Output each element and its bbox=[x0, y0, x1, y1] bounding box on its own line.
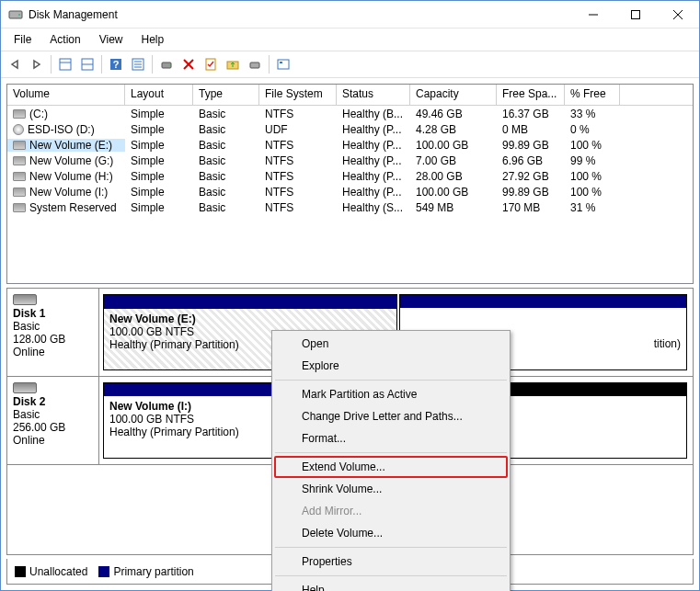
partition-i-status: Healthy (Primary Partition) bbox=[109, 426, 239, 438]
volume-cell-type: Basic bbox=[193, 123, 259, 136]
partition-header-bar bbox=[400, 295, 686, 308]
volume-row[interactable]: New Volume (H:)SimpleBasicNTFSHealthy (P… bbox=[7, 168, 693, 184]
toolbar: ? bbox=[1, 51, 699, 78]
header-pctfree[interactable]: % Free bbox=[565, 85, 620, 105]
volume-cell-layout: Simple bbox=[125, 186, 193, 199]
disk-1-label[interactable]: Disk 1 Basic 128.00 GB Online bbox=[7, 289, 99, 376]
ctx-mark-active[interactable]: Mark Partition as Active bbox=[274, 383, 508, 405]
delete-tool-button[interactable] bbox=[178, 54, 199, 74]
grid-icon bbox=[59, 58, 72, 71]
view-bottom-button[interactable] bbox=[77, 54, 98, 74]
refresh-icon bbox=[160, 58, 173, 71]
disk-icon bbox=[13, 188, 26, 197]
header-type[interactable]: Type bbox=[193, 85, 259, 105]
svg-rect-24 bbox=[280, 62, 282, 63]
forward-button[interactable] bbox=[27, 54, 47, 74]
maximize-button[interactable] bbox=[614, 1, 657, 28]
back-button[interactable] bbox=[5, 54, 25, 74]
svg-rect-22 bbox=[250, 63, 259, 68]
volume-row[interactable]: New Volume (E:)SimpleBasicNTFSHealthy (P… bbox=[7, 137, 693, 153]
svg-point-1 bbox=[18, 14, 20, 16]
header-filesystem[interactable]: File System bbox=[259, 85, 337, 105]
ctx-explore[interactable]: Explore bbox=[274, 355, 508, 377]
menubar: File Action View Help bbox=[1, 28, 699, 51]
ctx-separator bbox=[275, 452, 507, 453]
header-capacity[interactable]: Capacity bbox=[410, 85, 497, 105]
volume-cell-capacity: 7.00 GB bbox=[410, 154, 497, 167]
disk-icon bbox=[13, 109, 26, 119]
volume-row[interactable]: New Volume (I:)SimpleBasicNTFSHealthy (P… bbox=[7, 184, 693, 199]
window-title: Disk Management bbox=[29, 8, 572, 21]
properties-tool-button[interactable] bbox=[201, 54, 221, 74]
disk-icon bbox=[13, 382, 37, 393]
disk-1-name: Disk 1 bbox=[13, 307, 45, 320]
ctx-properties[interactable]: Properties bbox=[274, 551, 508, 573]
volume-cell-name: New Volume (G:) bbox=[7, 154, 125, 167]
wizard-tool-button[interactable] bbox=[245, 54, 265, 74]
menu-file[interactable]: File bbox=[6, 31, 39, 48]
menu-help[interactable]: Help bbox=[134, 31, 172, 48]
volume-row[interactable]: New Volume (G:)SimpleBasicNTFSHealthy (P… bbox=[7, 153, 693, 168]
ctx-extend-volume[interactable]: Extend Volume... bbox=[274, 456, 508, 478]
volume-cell-fs: NTFS bbox=[259, 170, 337, 183]
volume-cell-pct: 33 % bbox=[565, 108, 620, 120]
volume-cell-type: Basic bbox=[193, 154, 259, 167]
volume-row[interactable]: (C:)SimpleBasicNTFSHealthy (B...49.46 GB… bbox=[7, 106, 693, 121]
volume-cell-fs: NTFS bbox=[259, 186, 337, 199]
header-free[interactable]: Free Spa... bbox=[497, 85, 565, 105]
view-top-button[interactable] bbox=[55, 54, 75, 74]
toolbar-separator bbox=[152, 55, 153, 74]
volume-list[interactable]: Volume Layout Type File System Status Ca… bbox=[6, 84, 694, 284]
disk-icon bbox=[13, 156, 26, 165]
volume-cell-pct: 100 % bbox=[565, 186, 620, 199]
toolbar-separator bbox=[269, 55, 270, 74]
close-button[interactable] bbox=[657, 1, 699, 28]
disk-2-label[interactable]: Disk 2 Basic 256.00 GB Online bbox=[7, 377, 99, 464]
volume-cell-fs: NTFS bbox=[259, 108, 337, 120]
ctx-open[interactable]: Open bbox=[274, 333, 508, 355]
volume-row[interactable]: System ReservedSimpleBasicNTFSHealthy (S… bbox=[7, 199, 693, 215]
volume-cell-status: Healthy (P... bbox=[337, 139, 410, 152]
header-volume[interactable]: Volume bbox=[7, 85, 125, 105]
ctx-separator bbox=[275, 380, 507, 381]
titlebar[interactable]: Disk Management bbox=[1, 1, 699, 28]
volume-cell-status: Healthy (P... bbox=[337, 123, 410, 136]
minimize-button[interactable] bbox=[572, 1, 614, 28]
header-status[interactable]: Status bbox=[337, 85, 410, 105]
disk-2-size: 256.00 GB bbox=[13, 421, 65, 434]
action-tool-button[interactable] bbox=[223, 54, 243, 74]
ctx-help[interactable]: Help bbox=[274, 579, 508, 591]
refresh-button[interactable] bbox=[156, 54, 177, 74]
options-icon bbox=[277, 58, 290, 71]
ctx-add-mirror[interactable]: Add Mirror... bbox=[274, 500, 508, 522]
app-icon bbox=[8, 7, 23, 22]
disk-1-type: Basic bbox=[13, 320, 40, 333]
ctx-format[interactable]: Format... bbox=[274, 427, 508, 449]
header-layout[interactable]: Layout bbox=[125, 85, 193, 105]
volume-cell-status: Healthy (P... bbox=[337, 170, 410, 183]
legend-unallocated-label: Unallocated bbox=[29, 565, 87, 578]
legend-primary-label: Primary partition bbox=[113, 565, 193, 578]
settings-button[interactable] bbox=[128, 54, 148, 74]
options-tool-button[interactable] bbox=[273, 54, 293, 74]
volume-cell-capacity: 100.00 GB bbox=[410, 186, 497, 199]
help-button[interactable]: ? bbox=[106, 54, 126, 74]
ctx-shrink-volume[interactable]: Shrink Volume... bbox=[274, 478, 508, 500]
volume-row[interactable]: ESD-ISO (D:)SimpleBasicUDFHealthy (P...4… bbox=[7, 121, 693, 137]
volume-cell-free: 99.89 GB bbox=[497, 139, 565, 152]
volume-cell-free: 99.89 GB bbox=[497, 186, 565, 199]
ctx-change-letter[interactable]: Change Drive Letter and Paths... bbox=[274, 405, 508, 427]
menu-view[interactable]: View bbox=[92, 31, 131, 48]
partition-e-size: 100.00 GB NTFS bbox=[109, 325, 194, 338]
svg-rect-23 bbox=[278, 60, 289, 69]
volume-cell-capacity: 49.46 GB bbox=[410, 108, 497, 120]
ctx-delete-volume[interactable]: Delete Volume... bbox=[274, 522, 508, 544]
volume-cell-name: (C:) bbox=[7, 108, 125, 120]
svg-rect-3 bbox=[632, 10, 640, 18]
volume-cell-type: Basic bbox=[193, 201, 259, 214]
volume-cell-type: Basic bbox=[193, 139, 259, 152]
menu-action[interactable]: Action bbox=[42, 31, 87, 48]
volume-cell-capacity: 28.00 GB bbox=[410, 170, 497, 183]
partition-e-status: Healthy (Primary Partition) bbox=[109, 338, 239, 351]
volume-cell-capacity: 549 MB bbox=[410, 201, 497, 214]
